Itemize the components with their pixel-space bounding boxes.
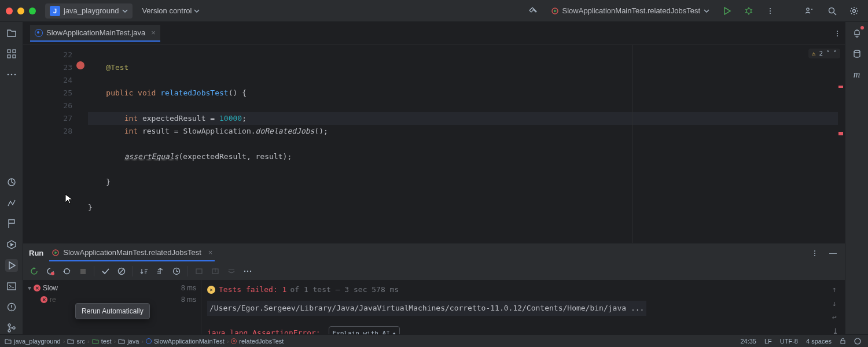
svg-point-31: [814, 250, 815, 252]
bc-item[interactable]: src: [76, 338, 85, 345]
profiler-icon[interactable]: [5, 176, 18, 189]
svg-point-27: [837, 33, 838, 34]
rerun-icon[interactable]: [29, 266, 39, 276]
inspection-widget[interactable]: ⚠ 2 ˄ ˅: [808, 49, 840, 58]
close-tab-icon[interactable]: ×: [151, 28, 156, 37]
run-panel-body: ▾ ✕ Slow 8 ms ✕ re 8 ms Rerun Automatica…: [23, 280, 845, 334]
code-editor[interactable]: 22 23 24 25 26 27 28 @Test public void r…: [23, 45, 845, 243]
bc-item[interactable]: relatedJobsTest: [239, 338, 284, 345]
indent-info[interactable]: 4 spaces: [804, 338, 834, 345]
expand-icon[interactable]: [155, 266, 165, 276]
debug-button[interactable]: [741, 4, 757, 18]
folder-icon: [118, 338, 125, 345]
suite-name: Slow: [43, 284, 58, 292]
run-button[interactable]: [719, 4, 735, 18]
readonly-icon[interactable]: [837, 338, 848, 344]
svg-point-3: [746, 9, 751, 13]
svg-marker-19: [10, 243, 14, 246]
test-config-icon: [52, 249, 60, 257]
database-icon[interactable]: [851, 47, 863, 60]
bc-item[interactable]: SlowApplicationMainTest: [154, 338, 225, 345]
svg-point-8: [829, 8, 834, 13]
bc-item[interactable]: java: [127, 338, 139, 345]
show-ignored-icon[interactable]: [116, 266, 127, 276]
more-tools-icon[interactable]: [5, 68, 18, 81]
status-info-icon[interactable]: [852, 338, 863, 345]
fail-icon: ✕: [34, 285, 41, 291]
hammer-icon[interactable]: [524, 3, 542, 19]
window-controls: [6, 8, 36, 14]
breadcrumb[interactable]: java_playground› src› test› java› SlowAp…: [5, 338, 284, 345]
caret-position[interactable]: 24:35: [738, 338, 759, 345]
show-passed-icon[interactable]: [100, 266, 111, 276]
import-icon[interactable]: [194, 266, 204, 276]
minimize-window-icon[interactable]: [17, 8, 24, 14]
bc-item[interactable]: java_playground: [14, 338, 61, 345]
sort-icon[interactable]: [139, 266, 149, 276]
settings-icon[interactable]: [846, 4, 862, 18]
notifications-icon[interactable]: [851, 27, 863, 39]
run-config-tab[interactable]: SlowApplicationMainTest.relatedJobsTest …: [49, 245, 215, 261]
collapse-icon[interactable]: [226, 266, 237, 276]
scroll-up-icon[interactable]: ↑: [832, 283, 841, 293]
project-tool-icon[interactable]: [5, 27, 18, 39]
close-icon[interactable]: ×: [208, 248, 213, 257]
svg-marker-1: [554, 9, 557, 12]
file-encoding[interactable]: UTF-8: [778, 338, 800, 345]
more-menu-icon[interactable]: [763, 5, 778, 17]
soft-wrap-icon[interactable]: ↩: [832, 311, 841, 320]
suite-time: 8 ms: [181, 284, 196, 292]
history-icon[interactable]: [171, 266, 182, 276]
tab-title: SlowApplicationMainTest.java: [46, 28, 145, 37]
zoom-window-icon[interactable]: [29, 8, 36, 14]
code-with-me-icon[interactable]: [801, 3, 818, 19]
endpoints-icon[interactable]: [5, 197, 18, 209]
bc-item[interactable]: test: [101, 338, 112, 345]
run-config-name: SlowApplicationMainTest.relatedJobsTest: [562, 6, 700, 15]
svg-point-9: [853, 9, 856, 12]
services-icon[interactable]: [5, 238, 18, 251]
annotation: @Test: [106, 63, 128, 72]
git-icon[interactable]: [5, 322, 18, 334]
svg-point-16: [14, 74, 16, 76]
svg-point-44: [247, 271, 248, 272]
version-control-menu[interactable]: Version control: [138, 4, 203, 17]
more-icon[interactable]: [808, 247, 821, 260]
search-icon[interactable]: [824, 4, 840, 18]
chevron-down-icon[interactable]: ˅: [833, 50, 837, 57]
more-actions-icon[interactable]: [242, 266, 253, 276]
titlebar: J java_playground Version control SlowAp…: [0, 0, 868, 22]
folder-icon: [67, 338, 74, 345]
error-stripe-marker[interactable]: [838, 132, 843, 135]
svg-point-24: [8, 330, 10, 332]
chevron-down-icon[interactable]: ▾: [28, 284, 31, 292]
editor-more-icon[interactable]: [830, 26, 845, 41]
svg-marker-30: [55, 251, 58, 254]
run-tool-icon[interactable]: [5, 259, 18, 272]
editor-tab[interactable]: SlowApplicationMainTest.java ×: [30, 25, 160, 42]
problems-icon[interactable]: [5, 301, 18, 313]
chevron-up-icon[interactable]: ˄: [826, 50, 830, 57]
bookmarks-icon[interactable]: [5, 217, 18, 230]
close-window-icon[interactable]: [6, 8, 13, 14]
breakpoint-icon[interactable]: [76, 61, 84, 69]
run-config-selector[interactable]: SlowApplicationMainTest.relatedJobsTest: [547, 4, 713, 17]
test-suite-row[interactable]: ▾ ✕ Slow 8 ms: [23, 282, 201, 294]
rerun-auto-icon[interactable]: [61, 266, 72, 276]
line-number: 26: [23, 99, 72, 112]
stop-icon[interactable]: [78, 266, 88, 276]
error-stripe-marker[interactable]: [838, 86, 843, 88]
terminal-icon[interactable]: [5, 280, 18, 293]
rerun-failed-icon[interactable]: [45, 266, 56, 276]
svg-point-28: [837, 35, 838, 36]
project-selector[interactable]: J java_playground: [45, 3, 133, 19]
tooltip: Rerun Automatically: [75, 303, 150, 319]
scroll-to-end-icon[interactable]: ⤓: [832, 325, 841, 334]
code-area[interactable]: @Test public void relatedJobsTest() { in…: [81, 45, 845, 243]
scroll-down-icon[interactable]: ↓: [832, 297, 841, 307]
maven-icon[interactable]: m: [851, 68, 863, 81]
structure-tool-icon[interactable]: [5, 47, 18, 60]
line-separator[interactable]: LF: [762, 338, 774, 345]
export-icon[interactable]: [210, 266, 220, 276]
minimize-icon[interactable]: —: [827, 246, 839, 260]
